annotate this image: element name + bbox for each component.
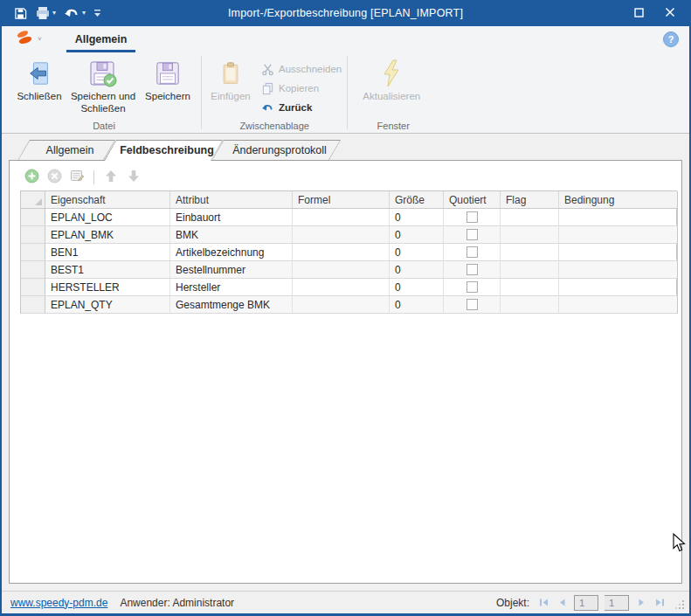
- ribbon-tab-allgemein[interactable]: Allgemein: [66, 26, 136, 52]
- cell-quotiert[interactable]: [444, 226, 501, 244]
- cell-quotiert[interactable]: [444, 279, 501, 296]
- cell-flag[interactable]: [501, 226, 559, 244]
- cell-attribut[interactable]: Hersteller: [170, 279, 293, 296]
- print-dropdown-icon[interactable]: ▾: [52, 10, 56, 17]
- copy-button[interactable]: Kopieren: [261, 81, 342, 95]
- table-row[interactable]: HERSTELLER Hersteller 0: [21, 279, 676, 296]
- resize-grip-icon[interactable]: [675, 599, 684, 612]
- help-button[interactable]: ?: [663, 31, 679, 47]
- customize-qat-button[interactable]: [93, 9, 101, 17]
- row-selector[interactable]: [21, 209, 45, 226]
- cell-bedingung[interactable]: [559, 226, 678, 244]
- cell-attribut[interactable]: Gesamtmenge BMK: [170, 296, 293, 314]
- cell-formel[interactable]: [293, 261, 390, 279]
- col-quotiert[interactable]: Quotiert: [444, 191, 501, 209]
- quotiert-checkbox[interactable]: [466, 299, 478, 310]
- quotiert-checkbox[interactable]: [466, 264, 478, 275]
- save-document-button[interactable]: Speichern: [142, 56, 194, 119]
- undo-dropdown-icon[interactable]: ▾: [82, 10, 86, 17]
- cell-formel[interactable]: [293, 279, 390, 296]
- cell-attribut[interactable]: Bestellnummer: [170, 261, 293, 279]
- cell-groesse[interactable]: 0: [390, 244, 444, 261]
- cell-attribut[interactable]: Einbauort: [170, 209, 293, 226]
- cell-groesse[interactable]: 0: [390, 209, 444, 226]
- cell-bedingung[interactable]: [559, 244, 678, 261]
- row-selector[interactable]: [21, 226, 45, 244]
- cell-eigenschaft[interactable]: BEN1: [45, 244, 170, 261]
- cell-formel[interactable]: [293, 296, 390, 314]
- tab-feldbeschreibung[interactable]: Feldbeschreibung: [104, 140, 223, 161]
- col-eigenschaft[interactable]: Eigenschaft: [45, 191, 170, 209]
- tab-aenderungsprotokoll[interactable]: Änderungsprotokoll: [211, 140, 341, 161]
- cell-eigenschaft[interactable]: HERSTELLER: [45, 279, 170, 296]
- close-button[interactable]: [658, 3, 682, 24]
- undo-button[interactable]: ▾: [64, 7, 86, 19]
- table-row[interactable]: BEST1 Bestellnummer 0: [21, 261, 676, 279]
- website-link[interactable]: www.speedy-pdm.de: [10, 597, 107, 609]
- row-selector[interactable]: [21, 261, 45, 279]
- cell-groesse[interactable]: 0: [390, 279, 444, 296]
- cell-quotiert[interactable]: [444, 261, 501, 279]
- table-row[interactable]: EPLAN_BMK BMK 0: [21, 226, 676, 244]
- cell-formel[interactable]: [293, 209, 390, 226]
- cell-formel[interactable]: [293, 226, 390, 244]
- row-selector[interactable]: [21, 279, 45, 296]
- maximize-button[interactable]: [626, 3, 651, 24]
- row-selector[interactable]: [21, 296, 45, 314]
- close-document-button[interactable]: Schließen: [14, 56, 65, 119]
- save-button[interactable]: [14, 7, 27, 20]
- next-record-button[interactable]: [635, 597, 647, 609]
- table-row[interactable]: EPLAN_LOC Einbauort 0: [21, 209, 676, 226]
- current-record-input[interactable]: 1: [574, 595, 598, 611]
- cell-bedingung[interactable]: [559, 279, 678, 296]
- cell-formel[interactable]: [293, 244, 390, 261]
- cell-flag[interactable]: [501, 209, 559, 226]
- col-flag[interactable]: Flag: [501, 191, 559, 209]
- paste-button[interactable]: Einfügen: [207, 56, 254, 119]
- quotiert-checkbox[interactable]: [466, 281, 478, 293]
- print-button[interactable]: ▾: [35, 6, 56, 20]
- cell-quotiert[interactable]: [444, 209, 501, 226]
- move-down-button[interactable]: [126, 170, 142, 185]
- cell-eigenschaft[interactable]: EPLAN_LOC: [45, 209, 170, 226]
- quotiert-checkbox[interactable]: [466, 246, 478, 258]
- cell-bedingung[interactable]: [559, 296, 678, 314]
- save-and-close-button[interactable]: Speichern und Schließen: [68, 56, 138, 119]
- move-up-button[interactable]: [103, 170, 119, 185]
- edit-row-button[interactable]: [69, 170, 85, 185]
- last-record-button[interactable]: [653, 597, 666, 609]
- table-row[interactable]: BEN1 Artikelbezeichnung 0: [21, 244, 676, 261]
- col-attribut[interactable]: Attribut: [170, 191, 293, 209]
- select-all-cell[interactable]: [21, 191, 45, 209]
- col-formel[interactable]: Formel: [293, 191, 390, 209]
- cut-button[interactable]: Ausschneiden: [261, 62, 342, 76]
- cell-quotiert[interactable]: [444, 244, 501, 261]
- col-groesse[interactable]: Größe: [390, 191, 444, 209]
- first-record-button[interactable]: [537, 597, 549, 609]
- cell-groesse[interactable]: 0: [390, 226, 444, 244]
- cell-groesse[interactable]: 0: [390, 296, 444, 314]
- add-row-button[interactable]: [24, 170, 39, 185]
- table-row[interactable]: EPLAN_QTY Gesamtmenge BMK 0: [21, 296, 676, 314]
- col-bedingung[interactable]: Bedingung: [559, 191, 678, 209]
- cell-bedingung[interactable]: [559, 261, 678, 279]
- cell-flag[interactable]: [501, 279, 559, 296]
- tab-allgemein[interactable]: Allgemein: [17, 140, 115, 161]
- cell-flag[interactable]: [501, 244, 559, 261]
- delete-row-button[interactable]: [46, 170, 62, 185]
- cell-bedingung[interactable]: [559, 209, 678, 226]
- quotiert-checkbox[interactable]: [466, 211, 478, 223]
- cell-flag[interactable]: [501, 296, 559, 314]
- cell-eigenschaft[interactable]: BEST1: [45, 261, 170, 279]
- cell-attribut[interactable]: BMK: [170, 226, 293, 244]
- cell-eigenschaft[interactable]: EPLAN_QTY: [45, 296, 170, 314]
- refresh-button[interactable]: Aktualisieren: [356, 56, 426, 119]
- app-menu-button[interactable]: ˅: [14, 28, 42, 51]
- cell-quotiert[interactable]: [444, 296, 501, 314]
- previous-record-button[interactable]: [556, 597, 568, 609]
- cell-flag[interactable]: [501, 261, 559, 279]
- cell-groesse[interactable]: 0: [390, 261, 444, 279]
- row-selector[interactable]: [21, 244, 45, 261]
- cell-attribut[interactable]: Artikelbezeichnung: [170, 244, 293, 261]
- cell-eigenschaft[interactable]: EPLAN_BMK: [45, 226, 170, 244]
